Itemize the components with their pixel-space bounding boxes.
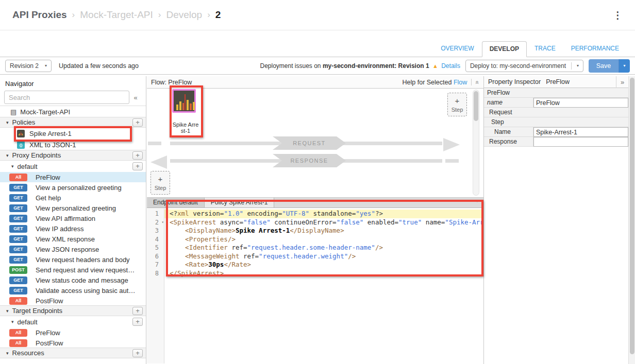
inspector-section-row: Step [484,117,628,127]
flow-title: Flow: PreFlow [151,79,192,86]
navigator-flow-item[interactable]: GET View API affirmation [0,213,146,223]
code-tab[interactable]: Policy Spike Arrest-1 [205,198,275,207]
property-inspector-header: Property Inspector PreFlow » [484,76,635,88]
navigator-item-proxy-root[interactable]: ▤ Mock-Target-API [0,106,146,117]
inspector-field-input[interactable] [533,127,628,137]
code-line[interactable]: <Properties/> [164,235,483,244]
add-button[interactable]: + [132,307,143,315]
navigator-flow-item[interactable]: GET View request headers and body [0,254,146,265]
navigator-flow-item[interactable]: GET Validate access using basic aut… [0,285,146,296]
navigator-flow-item[interactable]: All PreFlow [0,172,146,182]
code-tabs-chevron-icon[interactable]: ▾ [471,198,483,207]
navigator-flow-item[interactable]: GET View status code and message [0,275,146,285]
deploy-select[interactable]: Deploy to: my-second-environment ▾ [465,60,583,72]
code-line[interactable]: <Rate>30ps</Rate> [164,261,483,269]
navigator-flow-item[interactable]: GET View a personalized greeting [0,182,146,193]
code-line[interactable]: <SpikeArrest async="false" continueOnErr… [164,218,483,227]
fold-caret-icon[interactable]: ▾ [161,218,164,227]
navigator-flow-item[interactable]: All PostFlow [0,296,146,306]
scrollbar-thumb[interactable] [474,91,478,121]
chevron-down-icon: ▾ [577,63,579,68]
navigator-flow-item[interactable]: GET View XML response [0,234,146,244]
add-step-button[interactable]: + Step [151,171,170,195]
kebab-menu-icon[interactable]: ⋮ [613,9,623,21]
inspector-field-input[interactable] [533,137,628,147]
flow-label: View personalized greeting [36,204,116,212]
search-input[interactable] [4,91,129,104]
deployment-revision: Revision 1 [398,62,429,70]
tab-trace[interactable]: TRACE [527,41,563,57]
triangle-down-icon: ▾ [6,153,9,158]
flow-label: View API affirmation [36,215,95,222]
section-label: Proxy Endpoints [12,151,61,159]
scrollbar-thumb[interactable] [630,78,634,354]
gutter-line-number: 1 [147,210,164,218]
property-inspector-subtitle: PreFlow [546,78,570,85]
gutter-line-number: 4 [147,235,164,244]
navigator-flow-item[interactable]: All PreFlow [0,327,146,338]
policy-label: XML to JSON-1 [29,141,76,149]
navigator-section[interactable]: ▾ Policies + [0,117,146,128]
property-inspector-panel: Property Inspector PreFlow » PreFlow nam… [483,76,635,364]
navigator-flow-item[interactable]: GET View personalized greeting [0,203,146,213]
details-link[interactable]: Details [441,62,460,70]
tab-overview[interactable]: OVERVIEW [433,41,481,57]
code-line[interactable]: <?xml version="1.0" encoding="UTF-8" sta… [164,210,483,218]
flow-panel: Flow: PreFlow Help for Selected Flow « [147,76,483,197]
navigator-section[interactable]: ▾ Resources + [0,348,146,358]
code-line[interactable]: <DisplayName>Spike Arrest-1</DisplayName… [164,227,483,235]
breadcrumb-separator: › [158,10,161,20]
main-content: Navigator « ▤ Mock-Target-API ▾ Policies… [0,76,635,364]
warning-icon: ▲ [432,63,438,69]
add-button[interactable]: + [132,318,143,326]
code-lines[interactable]: <?xml version="1.0" encoding="UTF-8" sta… [164,208,483,363]
navigator-section[interactable]: ▾ Target Endpoints + [0,305,146,316]
policy-icon [17,130,25,137]
code-editor: 12▾345678 <?xml version="1.0" encoding="… [147,208,483,363]
inspector-section-label: PreFlow [484,88,628,97]
inspector-field-input[interactable] [533,98,628,108]
navigator-section[interactable]: ▾ Proxy Endpoints + [0,150,146,161]
help-flow-link[interactable]: Flow [454,79,467,86]
navigator-subsection[interactable]: ▾ default + [0,316,146,327]
navigator-policy-item[interactable]: Spike Arrest-1 [0,128,146,139]
code-line[interactable]: <MessageWeight ref="request.header.weigh… [164,252,483,261]
add-button[interactable]: + [132,162,143,170]
navigator-flow-item[interactable]: GET Get help [0,193,146,203]
method-badge: POST [9,266,27,274]
navigator-flow-item[interactable]: GET View JSON response [0,244,146,254]
collapse-flow-panel-icon[interactable]: « [474,80,481,84]
add-button[interactable]: + [132,118,143,127]
breadcrumb-item[interactable]: API Proxies [12,9,67,21]
navigator-flow-item[interactable]: All PostFlow [0,338,146,348]
navigator-flow-item[interactable]: GET View IP address [0,223,146,234]
collapse-navigator-icon[interactable]: « [129,94,142,101]
save-button[interactable]: Save [589,59,619,73]
spike-arrest-node[interactable] [172,89,196,113]
code-line[interactable]: </SpikeArrest> [164,269,483,278]
add-button[interactable]: + [132,151,143,160]
inspector-scrollbar[interactable] [628,76,635,364]
breadcrumb-item[interactable]: Develop [166,9,202,21]
tab-develop[interactable]: DEVELOP [482,41,527,57]
flow-label: Send request and view request… [36,266,135,274]
navigator-flow-item[interactable]: POST Send request and view request… [0,265,146,275]
updated-status: Updated a few seconds ago [59,62,139,70]
revision-select[interactable]: Revision 2 ▾ [5,60,52,72]
code-tab[interactable]: Endpoint default [147,198,205,207]
tab-performance[interactable]: PERFORMANCE [563,41,627,57]
save-dropdown-button[interactable]: ▾ [619,59,630,73]
method-badge: GET [9,204,27,212]
breadcrumb-item[interactable]: Mock-Target-API [80,9,153,21]
navigator-policy-item[interactable]: {} XML to JSON-1 [0,139,146,150]
code-line[interactable]: <Identifier ref="request.header.some-hea… [164,244,483,252]
collapse-inspector-icon[interactable]: » [616,76,628,88]
triangle-down-icon: ▾ [11,164,14,169]
add-button[interactable]: + [132,349,143,357]
breadcrumb: API Proxies›Mock-Target-API›Develop›2 [12,9,221,21]
add-step-button[interactable]: + Step [447,93,467,116]
navigator-subsection[interactable]: ▾ default + [0,161,146,172]
property-inspector-body: PreFlow name Request Step Name Response [484,88,628,147]
flow-scrollbar[interactable] [473,90,479,196]
inspector-section-label: Step [484,117,628,127]
